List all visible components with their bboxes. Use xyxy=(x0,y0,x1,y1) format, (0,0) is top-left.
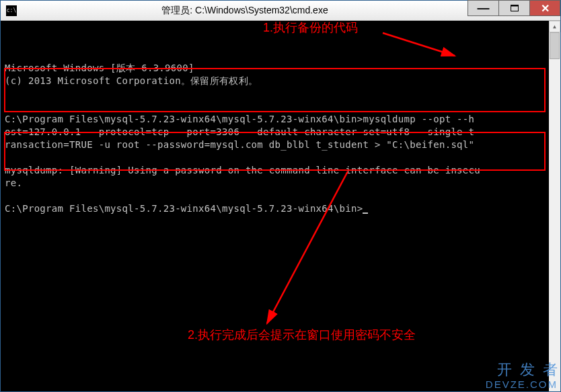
cmd-icon: c:\ xyxy=(6,5,17,16)
command-text: mysqldump --opt --h xyxy=(363,114,474,124)
cmd-window: c:\ 管理员: C:\Windows\System32\cmd.exe — ✕… xyxy=(0,0,561,392)
prompt-path: C:\Program Files\mysql-5.7.23-winx64\mys… xyxy=(5,114,363,124)
warning-text: mysqldump: [Warning] Using a password on… xyxy=(5,165,480,175)
version-line: Microsoft Windows [版本 6.3.9600] xyxy=(5,63,194,73)
terminal-area[interactable]: Microsoft Windows [版本 6.3.9600] (c) 2013… xyxy=(1,21,560,391)
maximize-button[interactable] xyxy=(498,0,529,16)
command-text: ransaction=TRUE -u root --password=mysql… xyxy=(5,139,474,150)
command-text: ost=127.0.0.1 --protocol=tcp --port=3306… xyxy=(5,126,474,137)
scroll-up-icon[interactable]: ▲ xyxy=(549,21,560,32)
copyright-line: (c) 2013 Microsoft Corporation。保留所有权利。 xyxy=(5,75,258,86)
scrollbar[interactable]: ▲ xyxy=(549,21,560,391)
minimize-button[interactable]: — xyxy=(468,0,498,16)
prompt-path: C:\Program Files\mysql-5.7.23-winx64\mys… xyxy=(5,203,363,214)
titlebar[interactable]: c:\ 管理员: C:\Windows\System32\cmd.exe — ✕ xyxy=(1,1,560,21)
maximize-icon xyxy=(511,5,519,11)
window-controls: — ✕ xyxy=(468,1,560,20)
warning-text: re. xyxy=(5,178,22,188)
cursor xyxy=(363,212,368,214)
terminal-content: Microsoft Windows [版本 6.3.9600] (c) 2013… xyxy=(5,49,556,215)
window-title: 管理员: C:\Windows\System32\cmd.exe xyxy=(22,5,468,17)
close-button[interactable]: ✕ xyxy=(529,0,560,16)
scroll-thumb[interactable] xyxy=(550,32,560,59)
